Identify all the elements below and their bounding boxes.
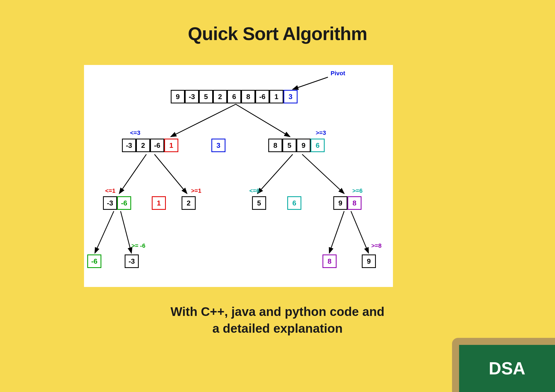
chalkboard-badge: DSA [452, 338, 555, 392]
svg-line-5 [257, 154, 293, 194]
array-cell: 5 [199, 90, 213, 103]
l2-lr-label: >=1 [191, 187, 201, 194]
array-cell: 6 [227, 90, 241, 103]
subtitle: With C++, java and python code and a det… [169, 303, 386, 337]
array-cell: 2 [136, 139, 150, 152]
svg-line-4 [154, 154, 187, 194]
quicksort-diagram: Pivot 9-35268-613 <=3 >=3 -32-61 3 8596 … [84, 65, 393, 287]
array-cell: -6 [117, 196, 131, 210]
svg-line-8 [121, 211, 131, 253]
array-cell: 8 [347, 196, 362, 210]
array-cell: 1 [152, 196, 166, 210]
array-cell: 9 [296, 139, 311, 152]
array-cell: 9 [362, 254, 376, 268]
array-cell: -6 [87, 254, 101, 268]
array-cell: -3 [122, 139, 136, 152]
l2-ll-label: <=1 [105, 187, 115, 194]
array-cell: 3 [211, 139, 225, 152]
svg-line-0 [293, 77, 328, 89]
badge-text: DSA [459, 345, 555, 392]
l1-left-label: <=3 [130, 129, 140, 136]
array-cell: 8 [268, 139, 282, 152]
array-cell: -3 [103, 196, 117, 210]
array-cell: 2 [182, 196, 196, 210]
array-cell: 8 [241, 90, 255, 103]
svg-line-3 [119, 154, 146, 194]
pivot-label: Pivot [331, 70, 345, 77]
array-cell: 5 [282, 139, 296, 152]
l1-right-label: >=3 [316, 129, 326, 136]
l2-rl-label: <=6 [249, 187, 260, 194]
svg-line-1 [171, 104, 236, 137]
array-cell: 8 [322, 254, 337, 268]
array-cell: 6 [311, 139, 325, 152]
array-cell: 5 [252, 196, 266, 210]
array-cell: -6 [255, 90, 269, 103]
array-cell: -3 [185, 90, 199, 103]
array-cell: 9 [333, 196, 347, 210]
svg-line-10 [351, 211, 369, 253]
array-cell: 3 [283, 90, 298, 103]
array-cell: 9 [171, 90, 185, 103]
svg-line-9 [329, 211, 344, 253]
array-cell: 6 [287, 196, 301, 210]
array-cell: -6 [150, 139, 164, 152]
l3-rr-label: >=8 [371, 242, 382, 249]
l2-rr-label: >=6 [352, 187, 363, 194]
svg-line-7 [95, 211, 114, 253]
page-title: Quick Sort Algorithm [0, 0, 555, 44]
l3-ll-label: >= -6 [131, 242, 145, 249]
array-cell: 2 [213, 90, 227, 103]
array-cell: 1 [269, 90, 283, 103]
svg-line-2 [236, 104, 290, 137]
svg-line-6 [302, 154, 344, 194]
array-cell: -3 [125, 254, 139, 268]
array-cell: 1 [164, 139, 178, 152]
